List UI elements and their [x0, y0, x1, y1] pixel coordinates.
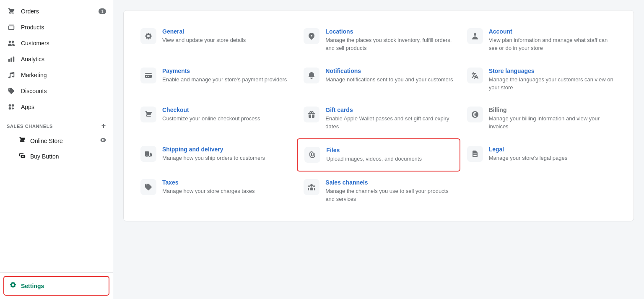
general-icon: [140, 28, 156, 44]
online-store-label: Online Store: [30, 138, 63, 144]
sales-channels-title: Sales channels: [325, 179, 453, 186]
legal-text: Legal Manage your store's legal pages: [489, 146, 567, 162]
settings-grid: General View and update your store detai…: [134, 21, 623, 211]
settings-item-billing[interactable]: Billing Manage your billing information …: [460, 99, 623, 138]
sidebar-item-marketing-label: Marketing: [21, 72, 47, 78]
orders-badge: 1: [99, 8, 106, 14]
sidebar-item-discounts-label: Discounts: [21, 88, 47, 94]
sidebar-item-marketing[interactable]: Marketing: [0, 67, 113, 83]
sidebar-item-analytics[interactable]: Analytics: [0, 51, 113, 67]
account-desc: View plan information and manage what st…: [489, 36, 617, 52]
gift-cards-icon: [304, 107, 319, 122]
general-text: General View and update your store detai…: [162, 28, 246, 44]
settings-item-notifications[interactable]: Notifications Manage notifications sent …: [297, 60, 460, 99]
settings-item-payments[interactable]: Payments Enable and manage your store's …: [134, 60, 297, 99]
taxes-text: Taxes Manage how your store charges taxe…: [162, 179, 254, 195]
files-desc: Upload images, videos, and documents: [326, 155, 422, 163]
settings-item-shipping[interactable]: Shipping and delivery Manage how you shi…: [134, 138, 297, 172]
notifications-icon: [304, 68, 319, 83]
products-icon: [7, 23, 16, 32]
legal-title: Legal: [489, 146, 567, 153]
settings-item-sales-channels[interactable]: Sales channels Manage the channels you u…: [297, 172, 460, 211]
notifications-title: Notifications: [325, 68, 453, 74]
settings-item-general[interactable]: General View and update your store detai…: [134, 21, 297, 60]
checkout-title: Checkout: [162, 107, 260, 113]
settings-item-store-languages[interactable]: Store languages Manage the languages you…: [460, 60, 623, 99]
shipping-title: Shipping and delivery: [162, 146, 265, 153]
legal-icon: [467, 146, 483, 162]
sidebar: Orders 1 Products Customers Analytics: [0, 0, 113, 299]
sidebar-item-analytics-label: Analytics: [21, 56, 44, 62]
settings-grid-container: General View and update your store detai…: [123, 10, 634, 221]
billing-desc: Manage your billing information and view…: [489, 115, 617, 131]
orders-icon: [7, 7, 16, 16]
sales-channels-text: Sales channels Manage the channels you u…: [325, 179, 453, 203]
checkout-desc: Customize your online checkout process: [162, 115, 260, 123]
account-title: Account: [489, 28, 617, 35]
sidebar-item-buy-button[interactable]: Buy Button: [0, 148, 113, 164]
checkout-icon: [140, 107, 156, 122]
account-text: Account View plan information and manage…: [489, 28, 617, 52]
general-title: General: [162, 28, 246, 35]
main-content: General View and update your store detai…: [113, 0, 644, 299]
sidebar-item-products-label: Products: [21, 24, 44, 31]
notifications-text: Notifications Manage notifications sent …: [325, 68, 453, 84]
sidebar-item-customers[interactable]: Customers: [0, 35, 113, 51]
sidebar-item-online-store[interactable]: Online Store: [0, 133, 113, 148]
settings-item-taxes[interactable]: Taxes Manage how your store charges taxe…: [134, 172, 297, 211]
settings-item-checkout[interactable]: Checkout Customize your online checkout …: [134, 99, 297, 138]
sidebar-item-orders-label: Orders: [21, 8, 39, 15]
shipping-desc: Manage how you ship orders to customers: [162, 154, 265, 162]
store-languages-icon: [467, 68, 483, 83]
gift-cards-title: Gift cards: [325, 107, 453, 113]
gift-cards-desc: Enable Apple Wallet passes and set gift …: [325, 115, 453, 131]
online-store-eye-icon[interactable]: [100, 137, 106, 144]
customers-icon: [7, 39, 16, 48]
settings-item-locations[interactable]: Locations Manage the places you stock in…: [297, 21, 460, 60]
sidebar-nav: Orders 1 Products Customers Analytics: [0, 0, 113, 272]
payments-title: Payments: [162, 68, 287, 74]
buy-button-label: Buy Button: [30, 153, 59, 160]
account-icon: [467, 28, 483, 44]
sales-channels-section-label: SALES CHANNELS +: [0, 115, 113, 133]
store-languages-title: Store languages: [489, 68, 617, 74]
sidebar-footer: Settings: [0, 272, 113, 299]
payments-icon: [140, 68, 156, 83]
sidebar-item-products[interactable]: Products: [0, 19, 113, 35]
payments-desc: Enable and manage your store's payment p…: [162, 76, 287, 84]
billing-text: Billing Manage your billing information …: [489, 107, 617, 131]
billing-title: Billing: [489, 107, 617, 113]
settings-item-gift-cards[interactable]: Gift cards Enable Apple Wallet passes an…: [297, 99, 460, 138]
files-icon: [304, 147, 320, 163]
settings-item-account[interactable]: Account View plan information and manage…: [460, 21, 623, 60]
files-highlighted-wrapper: Files Upload images, videos, and documen…: [297, 138, 460, 172]
files-text: Files Upload images, videos, and documen…: [326, 147, 422, 163]
legal-desc: Manage your store's legal pages: [489, 154, 567, 162]
sales-channels-desc: Manage the channels you use to sell your…: [325, 187, 453, 203]
notifications-desc: Manage notifications sent to you and you…: [325, 76, 453, 84]
locations-text: Locations Manage the places you stock in…: [325, 28, 453, 52]
settings-item-legal[interactable]: Legal Manage your store's legal pages: [460, 138, 623, 172]
store-languages-text: Store languages Manage the languages you…: [489, 68, 617, 92]
checkout-text: Checkout Customize your online checkout …: [162, 107, 260, 123]
apps-icon: [7, 102, 16, 112]
sidebar-item-customers-label: Customers: [21, 40, 49, 47]
settings-button[interactable]: Settings: [3, 276, 109, 296]
payments-text: Payments Enable and manage your store's …: [162, 68, 287, 84]
settings-label: Settings: [21, 283, 44, 289]
gift-cards-text: Gift cards Enable Apple Wallet passes an…: [325, 107, 453, 131]
taxes-title: Taxes: [162, 179, 254, 186]
sidebar-item-discounts[interactable]: Discounts: [0, 83, 113, 99]
taxes-icon: [140, 179, 156, 195]
sidebar-item-apps[interactable]: Apps: [0, 99, 113, 115]
general-desc: View and update your store details: [162, 36, 246, 44]
files-title: Files: [326, 147, 422, 153]
sidebar-item-orders[interactable]: Orders 1: [0, 3, 113, 19]
marketing-icon: [7, 70, 16, 80]
shipping-icon: [140, 146, 156, 162]
locations-desc: Manage the places you stock inventory, f…: [325, 36, 453, 52]
analytics-icon: [7, 55, 16, 64]
add-sales-channel-icon[interactable]: +: [101, 122, 106, 130]
buy-button-icon: [18, 152, 26, 161]
settings-item-files[interactable]: Files Upload images, videos, and documen…: [298, 139, 459, 171]
